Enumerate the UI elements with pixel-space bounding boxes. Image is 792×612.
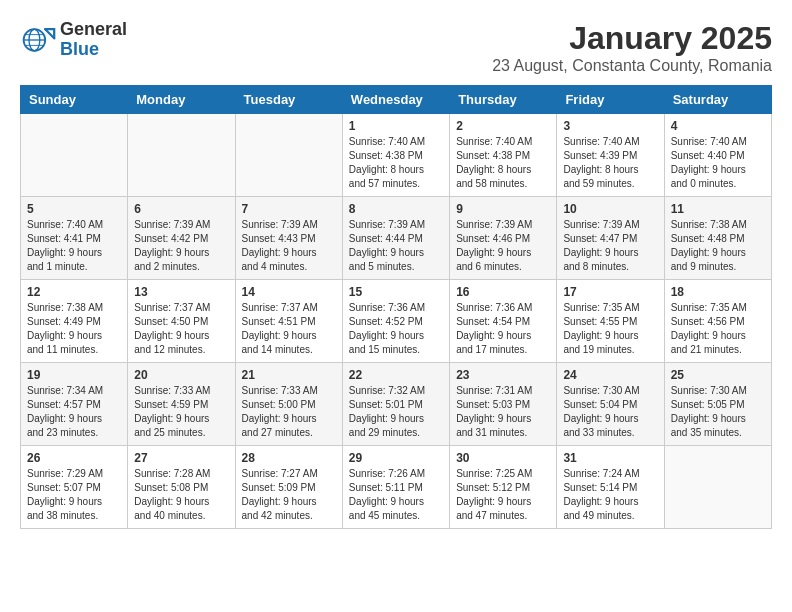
day-number: 1 xyxy=(349,119,443,133)
svg-line-6 xyxy=(45,29,54,38)
week-row-4: 19Sunrise: 7:34 AM Sunset: 4:57 PM Dayli… xyxy=(21,363,772,446)
day-details: Sunrise: 7:40 AM Sunset: 4:41 PM Dayligh… xyxy=(27,218,121,274)
day-cell: 31Sunrise: 7:24 AM Sunset: 5:14 PM Dayli… xyxy=(557,446,664,529)
day-details: Sunrise: 7:39 AM Sunset: 4:47 PM Dayligh… xyxy=(563,218,657,274)
day-details: Sunrise: 7:37 AM Sunset: 4:51 PM Dayligh… xyxy=(242,301,336,357)
day-cell: 18Sunrise: 7:35 AM Sunset: 4:56 PM Dayli… xyxy=(664,280,771,363)
day-details: Sunrise: 7:28 AM Sunset: 5:08 PM Dayligh… xyxy=(134,467,228,523)
day-cell: 11Sunrise: 7:38 AM Sunset: 4:48 PM Dayli… xyxy=(664,197,771,280)
day-details: Sunrise: 7:35 AM Sunset: 4:56 PM Dayligh… xyxy=(671,301,765,357)
day-number: 4 xyxy=(671,119,765,133)
day-cell: 14Sunrise: 7:37 AM Sunset: 4:51 PM Dayli… xyxy=(235,280,342,363)
day-cell xyxy=(128,114,235,197)
day-details: Sunrise: 7:33 AM Sunset: 5:00 PM Dayligh… xyxy=(242,384,336,440)
day-cell xyxy=(235,114,342,197)
page-header: General Blue January 2025 23 August, Con… xyxy=(20,20,772,75)
day-details: Sunrise: 7:39 AM Sunset: 4:42 PM Dayligh… xyxy=(134,218,228,274)
logo-text: General Blue xyxy=(60,20,127,60)
day-details: Sunrise: 7:36 AM Sunset: 4:54 PM Dayligh… xyxy=(456,301,550,357)
col-thursday: Thursday xyxy=(450,86,557,114)
day-details: Sunrise: 7:35 AM Sunset: 4:55 PM Dayligh… xyxy=(563,301,657,357)
day-details: Sunrise: 7:24 AM Sunset: 5:14 PM Dayligh… xyxy=(563,467,657,523)
day-number: 29 xyxy=(349,451,443,465)
day-number: 28 xyxy=(242,451,336,465)
day-details: Sunrise: 7:39 AM Sunset: 4:43 PM Dayligh… xyxy=(242,218,336,274)
day-number: 19 xyxy=(27,368,121,382)
logo-general: General xyxy=(60,20,127,40)
day-cell: 24Sunrise: 7:30 AM Sunset: 5:04 PM Dayli… xyxy=(557,363,664,446)
day-number: 5 xyxy=(27,202,121,216)
day-cell: 9Sunrise: 7:39 AM Sunset: 4:46 PM Daylig… xyxy=(450,197,557,280)
calendar-body: 1Sunrise: 7:40 AM Sunset: 4:38 PM Daylig… xyxy=(21,114,772,529)
day-cell: 13Sunrise: 7:37 AM Sunset: 4:50 PM Dayli… xyxy=(128,280,235,363)
day-details: Sunrise: 7:30 AM Sunset: 5:05 PM Dayligh… xyxy=(671,384,765,440)
day-number: 24 xyxy=(563,368,657,382)
day-number: 16 xyxy=(456,285,550,299)
day-number: 20 xyxy=(134,368,228,382)
day-number: 30 xyxy=(456,451,550,465)
day-cell: 10Sunrise: 7:39 AM Sunset: 4:47 PM Dayli… xyxy=(557,197,664,280)
day-number: 18 xyxy=(671,285,765,299)
day-cell xyxy=(664,446,771,529)
subtitle: 23 August, Constanta County, Romania xyxy=(492,57,772,75)
day-number: 15 xyxy=(349,285,443,299)
day-details: Sunrise: 7:29 AM Sunset: 5:07 PM Dayligh… xyxy=(27,467,121,523)
day-cell: 29Sunrise: 7:26 AM Sunset: 5:11 PM Dayli… xyxy=(342,446,449,529)
week-row-1: 1Sunrise: 7:40 AM Sunset: 4:38 PM Daylig… xyxy=(21,114,772,197)
day-details: Sunrise: 7:26 AM Sunset: 5:11 PM Dayligh… xyxy=(349,467,443,523)
calendar-table: Sunday Monday Tuesday Wednesday Thursday… xyxy=(20,85,772,529)
day-number: 9 xyxy=(456,202,550,216)
day-details: Sunrise: 7:36 AM Sunset: 4:52 PM Dayligh… xyxy=(349,301,443,357)
day-number: 31 xyxy=(563,451,657,465)
day-cell: 21Sunrise: 7:33 AM Sunset: 5:00 PM Dayli… xyxy=(235,363,342,446)
day-cell: 23Sunrise: 7:31 AM Sunset: 5:03 PM Dayli… xyxy=(450,363,557,446)
day-details: Sunrise: 7:40 AM Sunset: 4:38 PM Dayligh… xyxy=(456,135,550,191)
header-row: Sunday Monday Tuesday Wednesday Thursday… xyxy=(21,86,772,114)
day-cell: 22Sunrise: 7:32 AM Sunset: 5:01 PM Dayli… xyxy=(342,363,449,446)
day-cell: 1Sunrise: 7:40 AM Sunset: 4:38 PM Daylig… xyxy=(342,114,449,197)
day-cell: 19Sunrise: 7:34 AM Sunset: 4:57 PM Dayli… xyxy=(21,363,128,446)
day-number: 8 xyxy=(349,202,443,216)
day-details: Sunrise: 7:30 AM Sunset: 5:04 PM Dayligh… xyxy=(563,384,657,440)
day-details: Sunrise: 7:39 AM Sunset: 4:46 PM Dayligh… xyxy=(456,218,550,274)
day-details: Sunrise: 7:33 AM Sunset: 4:59 PM Dayligh… xyxy=(134,384,228,440)
day-number: 2 xyxy=(456,119,550,133)
day-cell: 7Sunrise: 7:39 AM Sunset: 4:43 PM Daylig… xyxy=(235,197,342,280)
day-number: 26 xyxy=(27,451,121,465)
day-cell: 17Sunrise: 7:35 AM Sunset: 4:55 PM Dayli… xyxy=(557,280,664,363)
day-cell: 25Sunrise: 7:30 AM Sunset: 5:05 PM Dayli… xyxy=(664,363,771,446)
day-details: Sunrise: 7:25 AM Sunset: 5:12 PM Dayligh… xyxy=(456,467,550,523)
col-monday: Monday xyxy=(128,86,235,114)
day-cell: 16Sunrise: 7:36 AM Sunset: 4:54 PM Dayli… xyxy=(450,280,557,363)
day-cell xyxy=(21,114,128,197)
day-details: Sunrise: 7:34 AM Sunset: 4:57 PM Dayligh… xyxy=(27,384,121,440)
day-number: 27 xyxy=(134,451,228,465)
day-cell: 30Sunrise: 7:25 AM Sunset: 5:12 PM Dayli… xyxy=(450,446,557,529)
day-cell: 15Sunrise: 7:36 AM Sunset: 4:52 PM Dayli… xyxy=(342,280,449,363)
day-number: 10 xyxy=(563,202,657,216)
day-details: Sunrise: 7:40 AM Sunset: 4:40 PM Dayligh… xyxy=(671,135,765,191)
day-cell: 8Sunrise: 7:39 AM Sunset: 4:44 PM Daylig… xyxy=(342,197,449,280)
day-number: 22 xyxy=(349,368,443,382)
day-cell: 2Sunrise: 7:40 AM Sunset: 4:38 PM Daylig… xyxy=(450,114,557,197)
day-number: 23 xyxy=(456,368,550,382)
day-cell: 26Sunrise: 7:29 AM Sunset: 5:07 PM Dayli… xyxy=(21,446,128,529)
day-number: 17 xyxy=(563,285,657,299)
day-details: Sunrise: 7:40 AM Sunset: 4:39 PM Dayligh… xyxy=(563,135,657,191)
day-cell: 3Sunrise: 7:40 AM Sunset: 4:39 PM Daylig… xyxy=(557,114,664,197)
day-number: 12 xyxy=(27,285,121,299)
day-details: Sunrise: 7:40 AM Sunset: 4:38 PM Dayligh… xyxy=(349,135,443,191)
day-number: 6 xyxy=(134,202,228,216)
week-row-5: 26Sunrise: 7:29 AM Sunset: 5:07 PM Dayli… xyxy=(21,446,772,529)
day-number: 7 xyxy=(242,202,336,216)
logo-icon xyxy=(20,22,56,58)
col-friday: Friday xyxy=(557,86,664,114)
col-sunday: Sunday xyxy=(21,86,128,114)
day-details: Sunrise: 7:38 AM Sunset: 4:49 PM Dayligh… xyxy=(27,301,121,357)
main-title: January 2025 xyxy=(492,20,772,57)
day-details: Sunrise: 7:27 AM Sunset: 5:09 PM Dayligh… xyxy=(242,467,336,523)
day-details: Sunrise: 7:31 AM Sunset: 5:03 PM Dayligh… xyxy=(456,384,550,440)
calendar-header: Sunday Monday Tuesday Wednesday Thursday… xyxy=(21,86,772,114)
col-tuesday: Tuesday xyxy=(235,86,342,114)
logo: General Blue xyxy=(20,20,127,60)
